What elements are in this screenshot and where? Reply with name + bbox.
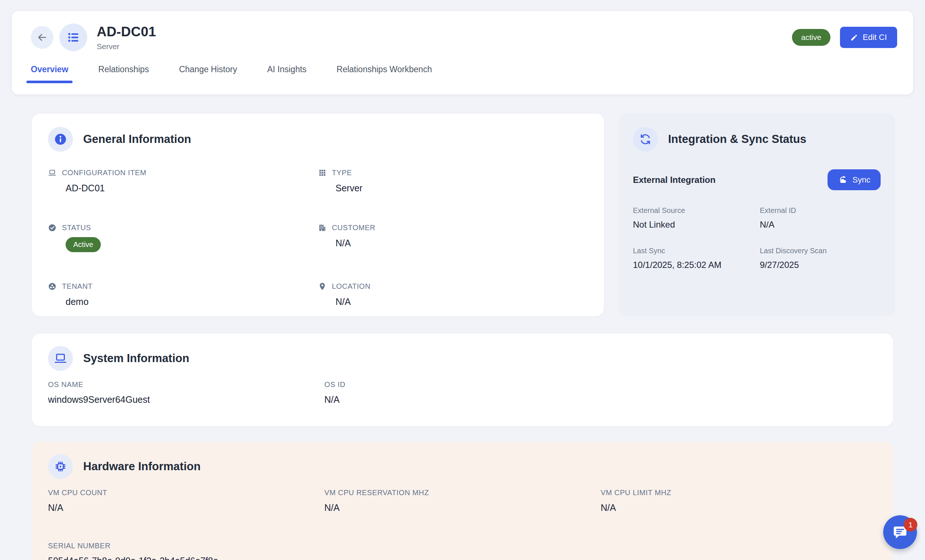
general-icon-circle	[48, 127, 73, 152]
field-label: STATUS	[62, 224, 91, 232]
field-value: N/A	[48, 503, 324, 513]
sync-button-label: Sync	[853, 175, 871, 185]
tab-relationships[interactable]: Relationships	[98, 65, 149, 83]
field-label: CUSTOMER	[332, 224, 376, 232]
field-value: Not Linked	[633, 220, 760, 230]
tab-overview[interactable]: Overview	[31, 65, 68, 83]
field-tenant: TENANT demo	[48, 282, 318, 307]
laptop-icon	[54, 352, 67, 365]
page-title: AD-DC01	[97, 24, 156, 39]
field-label: External Source	[633, 206, 760, 215]
field-value: windows9Server64Guest	[48, 394, 324, 405]
active-status-badge: Active	[66, 237, 101, 252]
chat-notification-badge: 1	[904, 518, 917, 531]
field-label: TENANT	[62, 282, 93, 291]
system-fields-grid: OS NAME windows9Server64Guest OS ID N/A	[48, 381, 877, 405]
field-label: LOCATION	[332, 282, 371, 291]
field-value: AD-DC01	[66, 183, 318, 194]
integration-sync-card: Integration & Sync Status External Integ…	[618, 114, 895, 316]
field-empty	[601, 381, 877, 405]
location-pin-icon	[318, 282, 327, 291]
field-type: TYPE Server	[318, 169, 588, 194]
laptop-icon	[48, 169, 56, 177]
page-subtitle: Server	[97, 42, 156, 51]
check-circle-icon	[48, 224, 56, 232]
integration-card-title: Integration & Sync Status	[668, 132, 806, 146]
field-value: N/A	[760, 220, 881, 230]
field-label: Last Discovery Scan	[760, 247, 881, 255]
edit-ci-button[interactable]: Edit CI	[840, 27, 897, 48]
general-card-title: General Information	[83, 132, 191, 146]
info-icon	[54, 132, 67, 146]
hardware-fields-grid: VM CPU COUNT N/A VM CPU RESERVATION MHZ …	[48, 489, 877, 513]
field-value: 505d4a56-7b8e-9d0e-1f2a-2b4e5d6e7f8e	[48, 555, 877, 560]
arrow-left-icon	[37, 32, 48, 43]
back-button[interactable]	[31, 26, 54, 49]
sync-arrows-icon	[639, 133, 652, 146]
field-os-name: OS NAME windows9Server64Guest	[48, 381, 324, 405]
field-label: VM CPU LIMIT MHZ	[601, 489, 877, 497]
field-label: CONFIGURATION ITEM	[62, 169, 146, 177]
hardware-card-title: Hardware Information	[83, 460, 200, 473]
field-location: LOCATION N/A	[318, 282, 588, 307]
hardware-card-header: Hardware Information	[48, 454, 877, 479]
pencil-icon	[850, 34, 858, 41]
field-label: External ID	[760, 206, 881, 215]
cpu-chip-icon	[54, 460, 67, 473]
field-value: N/A	[324, 394, 601, 405]
external-integration-row: External Integration Sync	[633, 169, 881, 190]
field-vm-cpu-reservation-mhz: VM CPU RESERVATION MHZ N/A	[324, 489, 601, 513]
field-value: Server	[336, 183, 588, 194]
edit-ci-label: Edit CI	[863, 33, 887, 42]
field-label: OS NAME	[48, 381, 324, 389]
field-serial-number: SERIAL NUMBER 505d4a56-7b8e-9d0e-1f2a-2b…	[48, 542, 877, 560]
field-value: N/A	[324, 503, 601, 513]
field-label: Last Sync	[633, 247, 760, 255]
header-card: AD-DC01 Server active Edit CI Overview R…	[12, 11, 913, 95]
field-last-discovery-scan: Last Discovery Scan 9/27/2025	[760, 247, 881, 270]
system-information-card: System Information OS NAME windows9Serve…	[32, 334, 893, 426]
system-card-header: System Information	[48, 346, 877, 371]
sync-button[interactable]: Sync	[827, 169, 881, 190]
field-label: VM CPU RESERVATION MHZ	[324, 489, 601, 497]
field-vm-cpu-limit-mhz: VM CPU LIMIT MHZ N/A	[601, 489, 877, 513]
general-card-header: General Information	[48, 127, 588, 152]
field-value: N/A	[336, 238, 588, 248]
header-actions: active Edit CI	[792, 27, 897, 48]
general-fields-grid: CONFIGURATION ITEM AD-DC01 TYPE Server	[48, 169, 588, 307]
field-value: N/A	[601, 503, 877, 513]
field-label: TYPE	[332, 169, 352, 177]
ci-type-badge	[59, 23, 87, 51]
field-label: OS ID	[324, 381, 601, 389]
field-vm-cpu-count: VM CPU COUNT N/A	[48, 489, 324, 513]
field-value: 10/1/2025, 8:25:02 AM	[633, 260, 760, 270]
field-last-sync: Last Sync 10/1/2025, 8:25:02 AM	[633, 247, 760, 270]
field-value: N/A	[336, 297, 588, 307]
system-card-title: System Information	[83, 352, 189, 365]
field-os-id: OS ID N/A	[324, 381, 601, 405]
server-list-icon	[67, 31, 80, 44]
field-status: STATUS Active	[48, 224, 318, 252]
tab-relationships-workbench[interactable]: Relationships Workbench	[336, 65, 432, 83]
tab-bar: Overview Relationships Change History AI…	[31, 65, 897, 83]
header-row: AD-DC01 Server active Edit CI	[31, 23, 897, 51]
cloud-sync-icon	[838, 175, 848, 185]
field-customer: CUSTOMER N/A	[318, 224, 588, 252]
chat-fab-button[interactable]: 1	[883, 515, 917, 549]
integration-card-header: Integration & Sync Status	[633, 127, 881, 152]
tab-change-history[interactable]: Change History	[179, 65, 237, 83]
field-label: SERIAL NUMBER	[48, 542, 877, 550]
title-block: AD-DC01 Server	[97, 24, 156, 51]
general-information-card: General Information CONFIGURATION ITEM A…	[32, 114, 604, 316]
system-icon-circle	[48, 346, 73, 371]
tab-ai-insights[interactable]: AI Insights	[267, 65, 306, 83]
external-integration-title: External Integration	[633, 175, 716, 185]
field-external-id: External ID N/A	[760, 206, 881, 230]
field-value: demo	[66, 297, 318, 307]
building-icon	[318, 224, 327, 232]
integration-icon-circle	[633, 127, 658, 152]
tenant-cluster-icon	[48, 282, 56, 291]
field-configuration-item: CONFIGURATION ITEM AD-DC01	[48, 169, 318, 194]
field-value: 9/27/2025	[760, 260, 881, 270]
hardware-information-card: Hardware Information VM CPU COUNT N/A VM…	[32, 442, 893, 560]
